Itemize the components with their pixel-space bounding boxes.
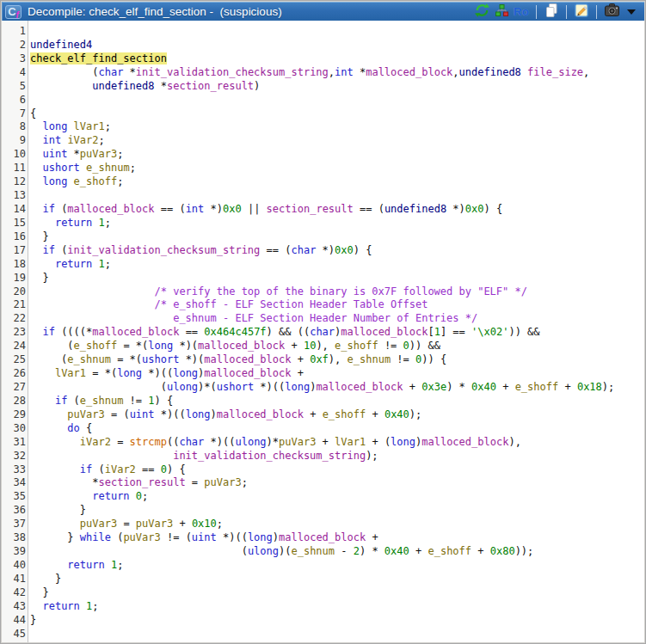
code-line-18[interactable]: return 1;	[30, 258, 644, 272]
line-number: 14	[2, 203, 28, 217]
code-line-31[interactable]: iVar2 = strcmp((char *)((ulong)*puVar3 +…	[30, 436, 644, 450]
ro-text: Ro	[514, 5, 529, 18]
line-number: 34	[2, 476, 28, 490]
refresh-icon	[475, 3, 489, 21]
code-line-19[interactable]: }	[30, 272, 644, 285]
code-line-14[interactable]: if (malloced_block == (int *)0x0 || sect…	[30, 203, 644, 217]
line-number: 40	[2, 559, 28, 573]
code-line-24[interactable]: (e_shoff = *(long *)(malloced_block + 10…	[30, 340, 644, 353]
line-number-gutter: 1234567891011121314151617181920212223242…	[2, 21, 28, 642]
line-number: 19	[2, 272, 28, 285]
copy-button[interactable]	[544, 4, 559, 20]
code-line-23[interactable]: if ((((*malloced_block == 0x464c457f) &&…	[30, 326, 644, 340]
camera-icon	[605, 3, 619, 20]
code-line-36[interactable]: }	[30, 504, 644, 518]
line-number: 2	[2, 39, 28, 52]
line-number: 38	[2, 531, 28, 545]
code-line-7[interactable]: {	[30, 107, 644, 121]
code-line-41[interactable]: }	[30, 573, 644, 586]
line-number: 26	[2, 367, 28, 381]
code-line-13[interactable]	[30, 189, 644, 203]
edit-button[interactable]	[574, 4, 589, 20]
titlebar[interactable]: Cf Decompile: check_elf_find_section - (…	[2, 2, 644, 21]
edit-pencil-icon	[575, 3, 588, 21]
code-line-34[interactable]: *section_result = puVar3;	[30, 476, 644, 490]
decompile-window: Cf Decompile: check_elf_find_section - (…	[0, 0, 646, 644]
code-line-33[interactable]: if (iVar2 == 0) {	[30, 463, 644, 477]
code-line-17[interactable]: if (init_validation_checksum_string == (…	[30, 244, 644, 258]
code-line-21[interactable]: /* e_shoff - ELF Section Header Table Of…	[30, 298, 644, 312]
line-number: 18	[2, 258, 28, 272]
code-line-12[interactable]: long e_shoff;	[30, 175, 644, 189]
code-line-25[interactable]: (e_shnum = *(ushort *)(malloced_block + …	[30, 353, 644, 367]
line-number: 25	[2, 353, 28, 367]
code-line-1[interactable]	[30, 25, 644, 39]
code-line-28[interactable]: if (e_shnum != 1) {	[30, 395, 644, 408]
code-line-4[interactable]: (char *init_validation_checksum_string,i…	[30, 66, 644, 80]
line-number: 20	[2, 285, 28, 299]
line-number: 28	[2, 395, 28, 408]
code-line-6[interactable]	[30, 94, 644, 107]
code-line-43[interactable]: return 1;	[30, 600, 644, 614]
code-line-37[interactable]: puVar3 = puVar3 + 0x10;	[30, 518, 644, 531]
code-line-38[interactable]: } while (puVar3 != (uint *)((long)malloc…	[30, 531, 644, 545]
menu-dropdown-button[interactable]	[624, 4, 639, 20]
line-number: 43	[2, 600, 28, 614]
line-number: 8	[2, 120, 28, 134]
code-line-5[interactable]: undefined8 *section_result)	[30, 80, 644, 94]
toolbar-separator	[596, 5, 597, 19]
line-number: 24	[2, 340, 28, 353]
line-number: 13	[2, 189, 28, 203]
code-line-32[interactable]: init_validation_checksum_string);	[30, 450, 644, 463]
chevron-down-icon	[627, 9, 636, 15]
code-line-2[interactable]: undefined4	[30, 39, 644, 52]
code-line-3[interactable]: check_elf_find_section	[30, 52, 644, 66]
code-line-30[interactable]: do {	[30, 422, 644, 436]
code-line-11[interactable]: ushort e_shnum;	[30, 162, 644, 175]
toolbar-separator	[536, 5, 537, 19]
line-number: 33	[2, 463, 28, 477]
line-number: 23	[2, 326, 28, 340]
copy-icon	[545, 3, 558, 21]
code-line-22[interactable]: e_shnum - ELF Section Header Number of E…	[30, 312, 644, 326]
code-line-8[interactable]: long lVar1;	[30, 120, 644, 134]
code-line-39[interactable]: (ulong)(e_shnum - 2) * 0x40 + e_shoff + …	[30, 545, 644, 559]
code-line-27[interactable]: (ulong)*(ushort *)((long)malloced_block …	[30, 381, 644, 395]
code-line-40[interactable]: return 1;	[30, 559, 644, 573]
line-number: 32	[2, 450, 28, 463]
line-number: 7	[2, 107, 28, 121]
decompiler-cf-icon: Cf	[5, 5, 22, 19]
line-number: 21	[2, 298, 28, 312]
refresh-button[interactable]	[474, 4, 489, 20]
code-line-9[interactable]: int iVar2;	[30, 134, 644, 148]
line-number: 22	[2, 312, 28, 326]
code-line-10[interactable]: uint *puVar3;	[30, 148, 644, 162]
line-number: 35	[2, 490, 28, 504]
line-number: 29	[2, 408, 28, 422]
line-number: 3	[2, 52, 28, 66]
graph-button[interactable]	[494, 4, 509, 20]
code-area[interactable]: undefined4check_elf_find_section (char *…	[28, 21, 644, 642]
code-line-16[interactable]: }	[30, 230, 644, 244]
toolbar-separator	[566, 5, 567, 19]
line-number: 15	[2, 217, 28, 230]
code-line-35[interactable]: return 0;	[30, 490, 644, 504]
code-line-44[interactable]: }	[30, 614, 644, 628]
line-number: 42	[2, 586, 28, 600]
line-number: 39	[2, 545, 28, 559]
line-number: 37	[2, 518, 28, 531]
line-number: 5	[2, 80, 28, 94]
code-line-15[interactable]: return 1;	[30, 217, 644, 230]
code-line-29[interactable]: puVar3 = (uint *)((long)malloced_block +…	[30, 408, 644, 422]
code-line-26[interactable]: lVar1 = *(long *)((long)malloced_block +	[30, 367, 644, 381]
line-number: 1	[2, 25, 28, 39]
code-line-20[interactable]: /* verify the top of the binary is 0x7F …	[30, 285, 644, 299]
line-number: 45	[2, 628, 28, 641]
line-number: 9	[2, 134, 28, 148]
ro-button[interactable]: Ro	[514, 4, 529, 20]
snapshot-button[interactable]	[604, 4, 619, 20]
line-number: 27	[2, 381, 28, 395]
code-line-42[interactable]: }	[30, 586, 644, 600]
code-line-45[interactable]	[30, 628, 644, 641]
line-number: 44	[2, 614, 28, 628]
